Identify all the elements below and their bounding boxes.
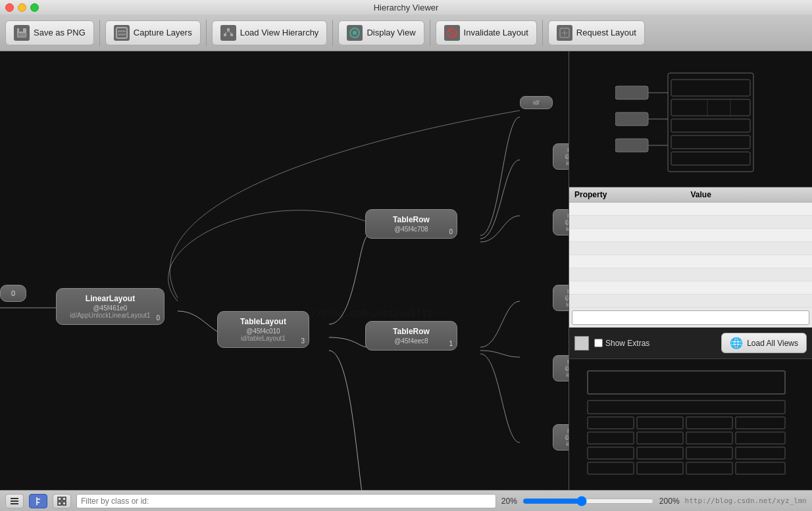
linear-layout-id: id/AppUnlockLinearLayout1 [63,312,157,319]
table-row-2-title: TableRow [372,327,450,336]
prop-row [569,203,812,216]
svg-rect-60 [58,502,61,505]
traffic-lights [5,3,39,12]
tree-icon [33,496,43,506]
save-icon [14,25,30,41]
separator3 [332,20,333,46]
svg-rect-3 [116,28,127,38]
svg-rect-58 [58,497,61,500]
linear-layout-node[interactable]: LinearLayout @45f461e0 id/AppUnlockLinea… [56,288,165,325]
toolbar: Save as PNG Capture Layers Load View Hie… [0,14,812,51]
right-bottom-bar: Show Extras 🌐 Load All Views [569,328,812,358]
svg-rect-30 [615,86,648,99]
zoom-min-label: 20% [501,497,517,506]
connection-lines [0,51,569,490]
small-node-3[interactable]: B @4 id/ [553,209,569,235]
linear-layout-title: LinearLayout [63,294,157,303]
svg-rect-7 [224,34,226,36]
table-layout-addr: @45f4c010 [224,328,302,335]
svg-line-14 [449,30,455,36]
zoom-slider[interactable] [522,496,654,506]
statusbar: 20% 200% http://blog.csdn.net/xyz_lmn [0,490,812,511]
tree-view-button[interactable] [29,494,47,508]
svg-line-9 [225,31,228,34]
load-view-hierarchy-button[interactable]: Load View Hierarchy [212,20,328,45]
svg-rect-52 [11,498,18,499]
svg-rect-1 [19,28,23,32]
prop-row [569,229,812,242]
small-node-2[interactable]: B @4 id/ [553,143,569,170]
bottom-wireframe-svg [574,364,798,483]
table-row-1-node[interactable]: TableRow @45f4c708 0 [365,209,457,239]
invalidate-icon [444,25,460,41]
left-edge-node[interactable]: 0 [0,285,26,302]
zoom-max-label: 200% [659,497,680,506]
table-row-2-addr: @45f4eec8 [372,337,450,345]
small-node-6[interactable]: B @4 id/ [553,424,569,450]
main-area: http://blog.csdn.net/wolflz [0,51,812,490]
list-view-button[interactable] [5,494,24,508]
prop-header-property: Property [574,190,691,199]
prop-row [569,281,812,295]
capture-layers-button[interactable]: Capture Layers [105,20,201,45]
separator5 [542,20,543,46]
app-title: Hierarchy Viewer [374,3,439,12]
prop-row [569,242,812,255]
svg-rect-54 [11,503,18,504]
small-node-4[interactable]: B @4 id/ [553,285,569,311]
prop-row [569,216,812,229]
table-layout-id: id/tableLayout1 [224,335,302,342]
prop-rows [569,203,812,308]
capture-icon [114,25,130,41]
show-extras-checkbox[interactable] [594,339,603,347]
table-layout-title: TableLayout [224,317,302,326]
svg-rect-56 [36,499,40,500]
hierarchy-icon [220,25,236,41]
color-swatch[interactable] [574,336,589,351]
minimize-button[interactable] [18,3,26,12]
svg-rect-57 [36,502,39,503]
svg-point-12 [353,31,357,35]
svg-rect-55 [36,497,38,505]
table-layout-node[interactable]: TableLayout @45f4c010 id/tableLayout1 3 [217,311,309,348]
show-extras-label[interactable]: Show Extras [594,339,649,348]
right-panel: Property Value [569,51,812,490]
linear-layout-addr: @45f461e0 [63,304,157,312]
display-view-button[interactable]: Display View [338,20,424,45]
small-node-1[interactable]: id/ [520,96,553,109]
svg-rect-6 [227,28,230,31]
separator2 [206,20,207,46]
svg-rect-59 [63,497,66,500]
prop-header: Property Value [569,187,812,203]
wireframe-svg [615,60,767,178]
prop-row [569,268,812,281]
svg-rect-5 [118,34,126,36]
properties-panel: Property Value [569,187,812,328]
preview-bottom [569,358,812,490]
filter-input[interactable] [76,494,496,508]
table-row-1-addr: @45f4c708 [372,226,450,233]
list-icon [9,496,20,506]
request-layout-button[interactable]: Request Layout [548,20,645,45]
grid-view-button[interactable] [53,494,71,508]
maximize-button[interactable] [30,3,39,12]
preview-top [569,51,812,187]
save-as-png-button[interactable]: Save as PNG [5,20,94,45]
prop-row [569,255,812,268]
property-search-input[interactable] [572,310,809,325]
prop-row [569,295,812,308]
display-icon [347,25,363,41]
small-node-5[interactable]: B @4 id/ [553,355,569,381]
request-icon [557,25,572,41]
invalidate-layout-button[interactable]: Invalidate Layout [436,20,537,45]
table-row-2-node[interactable]: TableRow @45f4eec8 1 [365,321,457,351]
show-extras-row: Show Extras 🌐 Load All Views [574,333,807,353]
close-button[interactable] [5,3,14,12]
grid-icon [57,496,67,506]
svg-rect-31 [615,112,648,126]
svg-line-10 [228,31,232,34]
svg-rect-61 [63,502,66,505]
load-all-views-button[interactable]: 🌐 Load All Views [721,333,807,353]
prop-header-value: Value [691,190,807,199]
canvas-area[interactable]: http://blog.csdn.net/wolflz [0,51,569,490]
